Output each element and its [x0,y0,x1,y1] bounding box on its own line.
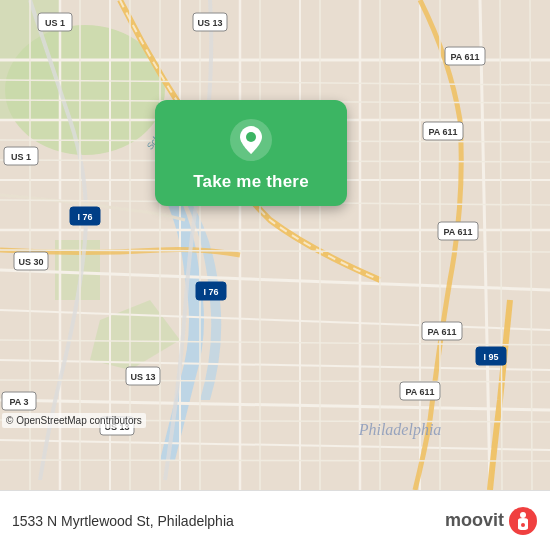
svg-text:PA 611: PA 611 [450,52,479,62]
info-bar: 1533 N Myrtlewood St, Philadelphia moovi… [0,490,550,550]
moovit-logo: moovit [445,506,538,536]
map-attribution: © OpenStreetMap contributors [2,413,146,428]
svg-text:PA 611: PA 611 [427,327,456,337]
popup-card[interactable]: Take me there [155,100,347,206]
svg-text:PA 611: PA 611 [443,227,472,237]
svg-text:I 76: I 76 [77,212,92,222]
svg-point-76 [246,132,256,142]
moovit-icon [508,506,538,536]
svg-text:PA 3: PA 3 [9,397,28,407]
svg-text:I 95: I 95 [483,352,498,362]
svg-point-79 [521,523,525,527]
svg-text:US 13: US 13 [130,372,155,382]
moovit-text: moovit [445,510,504,531]
location-pin-icon [229,118,273,162]
svg-text:US 30: US 30 [18,257,43,267]
take-me-there-button[interactable]: Take me there [193,172,309,192]
svg-text:I 76: I 76 [203,287,218,297]
svg-text:PA 611: PA 611 [428,127,457,137]
svg-point-78 [520,512,526,518]
map-container[interactable]: US 1 US 1 US 13 US 13 US 13 US 30 I 76 I… [0,0,550,490]
svg-line-31 [0,460,550,461]
svg-text:US 13: US 13 [197,18,222,28]
svg-text:Philadelphia: Philadelphia [358,421,442,439]
svg-text:US 1: US 1 [11,152,31,162]
svg-text:US 1: US 1 [45,18,65,28]
address-label: 1533 N Myrtlewood St, Philadelphia [12,513,234,529]
svg-text:PA 611: PA 611 [405,387,434,397]
